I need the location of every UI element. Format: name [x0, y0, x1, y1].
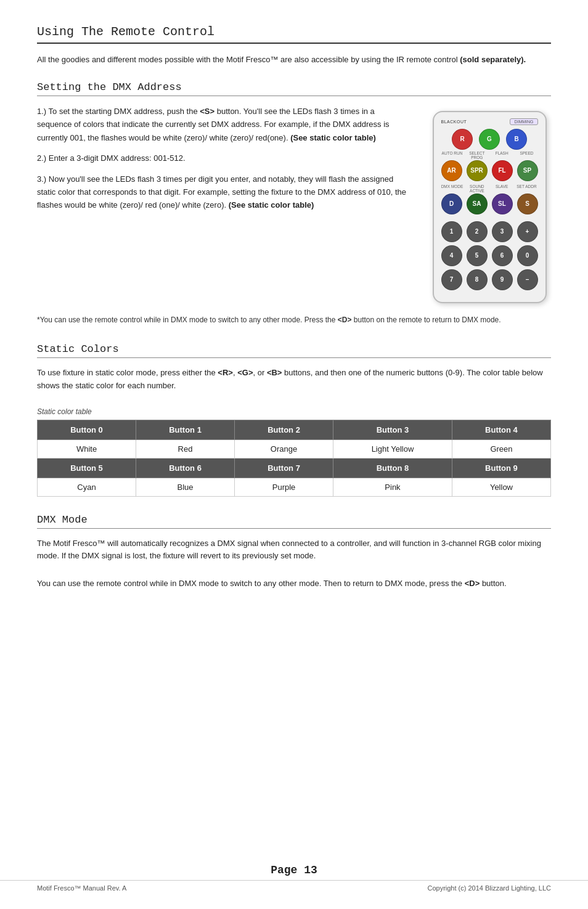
- remote-btn-8[interactable]: 8: [467, 269, 488, 290]
- label-dmx-mode: DMX MODE: [441, 184, 463, 193]
- remote-btn-6[interactable]: 6: [492, 245, 513, 266]
- remote-btn-minus[interactable]: –: [517, 269, 538, 290]
- th-btn8: Button 8: [333, 458, 452, 478]
- intro-text: All the goodies and different modes poss…: [37, 55, 458, 64]
- remote-btn-0[interactable]: 0: [517, 245, 538, 266]
- dmx-note: *You can use the remote control while in…: [37, 314, 551, 326]
- remote-btn-b[interactable]: B: [506, 129, 527, 150]
- footer-right: Copyright (c) 2014 Blizzard Lighting, LL…: [427, 884, 551, 892]
- step1-bold: (See static color table): [290, 133, 376, 142]
- color-blue: Blue: [136, 478, 235, 496]
- th-btn1: Button 1: [136, 420, 235, 439]
- color-cyan: Cyan: [38, 478, 136, 496]
- dmx-mode-title: DMX Mode: [37, 514, 551, 529]
- label-sound-active: SOUND ACTIVE: [466, 184, 488, 193]
- remote-row1-buttons: AR SPR FL SP: [441, 160, 538, 181]
- dmx-step2: 2.) Enter a 3-digit DMX address: 001-512…: [37, 152, 409, 165]
- remote-btn-plus[interactable]: +: [517, 221, 538, 242]
- th-btn9: Button 9: [452, 458, 550, 478]
- page-footer: Page 13 Motif Fresco™ Manual Rev. A Copy…: [0, 864, 588, 892]
- remote-row1-labels: AUTO RUN SELECT PROG FLASH SPEED: [441, 151, 538, 160]
- color-orange: Orange: [235, 439, 333, 458]
- color-light-yellow: Light Yellow: [333, 439, 452, 458]
- table-caption: Static color table: [37, 407, 551, 416]
- remote-numrow1: 1 2 3 +: [441, 221, 538, 242]
- footer-left: Motif Fresco™ Manual Rev. A: [37, 884, 126, 892]
- label-flash: FLASH: [491, 151, 513, 160]
- remote-btn-s[interactable]: S: [517, 194, 538, 214]
- remote-rgb-row: R G B: [441, 129, 538, 150]
- remote-btn-7[interactable]: 7: [441, 269, 462, 290]
- color-purple: Purple: [235, 478, 333, 496]
- remote-btn-sp[interactable]: SP: [517, 160, 538, 181]
- remote-btn-5[interactable]: 5: [467, 245, 488, 266]
- label-select-prog: SELECT PROG: [466, 151, 488, 160]
- static-colors-title: Static Colors: [37, 343, 551, 358]
- dmx-mode-section: DMX Mode The Motif Fresco™ will automati…: [37, 514, 551, 590]
- color-red: Red: [136, 439, 235, 458]
- static-color-table: Button 0 Button 1 Button 2 Button 3 Butt…: [37, 420, 551, 497]
- static-colors-description: To use fixture in static color mode, pre…: [37, 367, 551, 393]
- step3-bold: (See static color table): [229, 200, 314, 210]
- color-green: Green: [452, 439, 550, 458]
- th-btn6: Button 6: [136, 458, 235, 478]
- th-btn5: Button 5: [38, 458, 136, 478]
- remote-btn-g[interactable]: G: [479, 129, 500, 150]
- remote-btn-2[interactable]: 2: [467, 221, 488, 242]
- color-pink: Pink: [333, 478, 452, 496]
- color-yellow: Yellow: [452, 478, 550, 496]
- dimming-label: DIMMING: [510, 118, 537, 125]
- remote-top-labels: BLACKOUT DIMMING: [441, 118, 538, 125]
- blackout-label: BLACKOUT: [441, 120, 467, 124]
- page-number: Page 13: [0, 864, 588, 876]
- label-auto-run: AUTO RUN: [441, 151, 463, 160]
- dmx-address-section: Setting the DMX Address 1.) To set the s…: [37, 81, 551, 326]
- dmx-address-title: Setting the DMX Address: [37, 81, 551, 96]
- remote-btn-fl[interactable]: FL: [492, 160, 513, 181]
- remote-btn-d[interactable]: D: [441, 194, 462, 214]
- footer-bar: Motif Fresco™ Manual Rev. A Copyright (c…: [0, 880, 588, 892]
- remote-numrow2: 4 5 6 0: [441, 245, 538, 266]
- remote-btn-1[interactable]: 1: [441, 221, 462, 242]
- label-slave: SLAVE: [491, 184, 513, 193]
- remote-btn-4[interactable]: 4: [441, 245, 462, 266]
- dmx-mode-para1: The Motif Fresco™ will automatically rec…: [37, 537, 551, 563]
- th-btn7: Button 7: [235, 458, 333, 478]
- remote-graphic: BLACKOUT DIMMING R G B AUTO RUN SELECT P…: [433, 111, 547, 303]
- th-btn4: Button 4: [452, 420, 550, 439]
- label-set-addr: SET ADDR: [515, 184, 537, 193]
- remote-btn-sl[interactable]: SL: [492, 194, 513, 214]
- remote-row2-buttons: D SA SL S: [441, 194, 538, 214]
- label-speed: SPEED: [515, 151, 537, 160]
- remote-btn-3[interactable]: 3: [492, 221, 513, 242]
- intro-paragraph: All the goodies and different modes poss…: [37, 54, 551, 67]
- dmx-step1: 1.) To set the starting DMX address, pus…: [37, 105, 409, 144]
- remote-btn-spr[interactable]: SPR: [467, 160, 488, 181]
- page-title: Using The Remote Control: [37, 25, 551, 44]
- th-btn3: Button 3: [333, 420, 452, 439]
- table-data-row1: White Red Orange Light Yellow Green: [38, 439, 551, 458]
- static-colors-section: Static Colors To use fixture in static c…: [37, 343, 551, 497]
- color-white: White: [38, 439, 136, 458]
- remote-numrow3: 7 8 9 –: [441, 269, 538, 290]
- table-header-row2: Button 5 Button 6 Button 7 Button 8 Butt…: [38, 458, 551, 478]
- dmx-step3: 3.) Now you'll see the LEDs flash 3 time…: [37, 173, 409, 212]
- table-data-row2: Cyan Blue Purple Pink Yellow: [38, 478, 551, 496]
- remote-container: BLACKOUT DIMMING R G B AUTO RUN SELECT P…: [428, 111, 551, 303]
- intro-bold: (sold separately).: [460, 55, 526, 64]
- remote-btn-ar[interactable]: AR: [441, 160, 462, 181]
- table-header-row1: Button 0 Button 1 Button 2 Button 3 Butt…: [38, 420, 551, 439]
- dmx-mode-para2: You can use the remote control while in …: [37, 577, 551, 590]
- th-btn2: Button 2: [235, 420, 333, 439]
- remote-btn-r[interactable]: R: [452, 129, 473, 150]
- remote-row2-labels: DMX MODE SOUND ACTIVE SLAVE SET ADDR: [441, 184, 538, 193]
- dmx-layout: 1.) To set the starting DMX address, pus…: [37, 105, 551, 303]
- remote-btn-9[interactable]: 9: [492, 269, 513, 290]
- th-btn0: Button 0: [38, 420, 136, 439]
- dmx-text: 1.) To set the starting DMX address, pus…: [37, 105, 409, 303]
- remote-btn-sa[interactable]: SA: [467, 194, 488, 214]
